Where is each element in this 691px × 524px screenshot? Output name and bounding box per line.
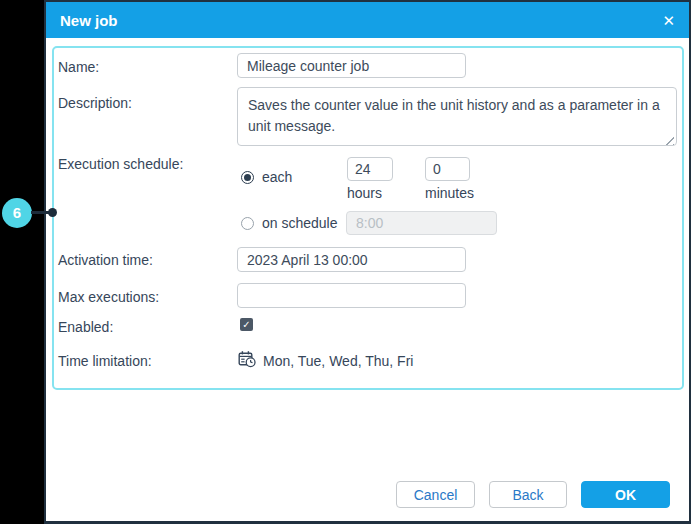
activation-time-input[interactable] xyxy=(237,247,466,272)
activation-time-label: Activation time: xyxy=(58,252,153,268)
enabled-label: Enabled: xyxy=(58,319,113,335)
name-input[interactable] xyxy=(237,53,466,78)
each-radio-label: each xyxy=(262,169,292,185)
schedule-time-input[interactable] xyxy=(346,211,497,235)
description-textarea[interactable]: Saves the counter value in the unit hist… xyxy=(237,87,677,146)
new-job-dialog: New job ✕ Name: Description: Saves the c… xyxy=(44,0,691,524)
name-label: Name: xyxy=(58,59,99,75)
job-properties-fieldset: Name: Description: Saves the counter val… xyxy=(52,46,684,390)
enabled-checkbox[interactable]: ✓ xyxy=(240,318,253,331)
description-label: Description: xyxy=(58,95,132,111)
callout-dot xyxy=(48,208,57,217)
minutes-unit-label: minutes xyxy=(425,185,474,201)
ok-button[interactable]: OK xyxy=(581,481,670,508)
close-icon[interactable]: ✕ xyxy=(662,13,675,28)
execution-schedule-label: Execution schedule: xyxy=(58,156,183,172)
hours-input[interactable] xyxy=(347,157,393,181)
hours-unit-label: hours xyxy=(347,185,382,201)
time-limitation-value: Mon, Tue, Wed, Thu, Fri xyxy=(263,353,413,369)
minutes-input[interactable] xyxy=(425,157,470,181)
dialog-title: New job xyxy=(60,12,118,29)
back-button[interactable]: Back xyxy=(489,481,567,508)
time-limitation-label: Time limitation: xyxy=(58,353,152,369)
max-executions-label: Max executions: xyxy=(58,289,159,305)
screen: New job ✕ Name: Description: Saves the c… xyxy=(0,0,691,524)
on-schedule-radio-label: on schedule xyxy=(262,215,338,231)
max-executions-input[interactable] xyxy=(237,283,466,308)
calendar-clock-icon[interactable] xyxy=(238,350,256,368)
on-schedule-radio[interactable] xyxy=(241,217,254,230)
callout-badge-6: 6 xyxy=(2,198,32,228)
dialog-titlebar: New job ✕ xyxy=(46,2,689,38)
cancel-button[interactable]: Cancel xyxy=(396,481,475,508)
each-radio[interactable] xyxy=(241,171,254,184)
